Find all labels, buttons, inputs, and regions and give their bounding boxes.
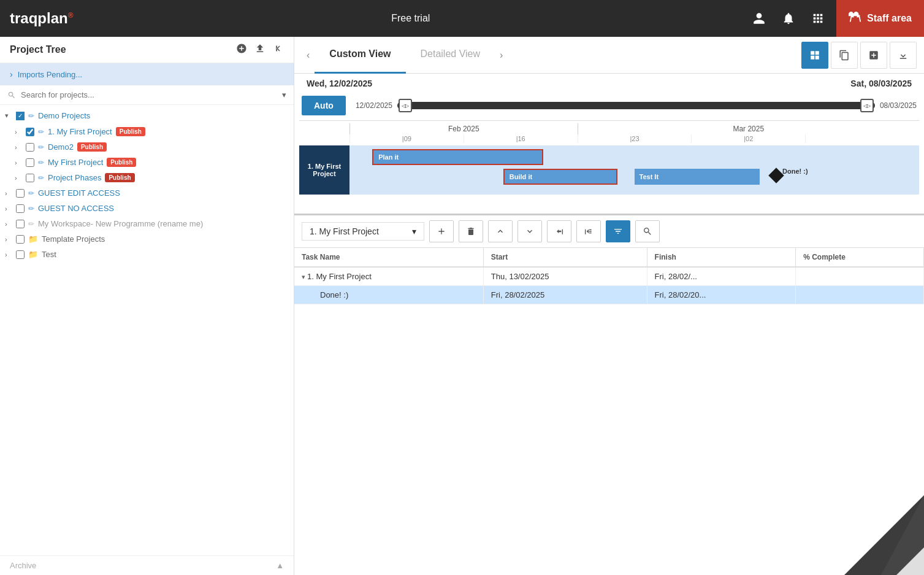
my-first-project-2-checkbox[interactable] (26, 158, 34, 167)
table-row: Done! :) Fri, 28/02/2025 Fri, 28/02/20..… (294, 286, 924, 304)
test-checkbox[interactable] (16, 250, 25, 259)
demo-projects-name[interactable]: Demo Projects (38, 111, 90, 120)
archive-up-icon[interactable]: ▲ (276, 561, 284, 570)
gantt-end-date: Sat, 08/03/2025 (850, 79, 912, 88)
my-first-project-2-edit-icon[interactable]: ✏ (38, 158, 44, 167)
add-project-icon[interactable] (236, 43, 247, 56)
my-first-project-2-name[interactable]: My First Project (48, 158, 103, 167)
task-complete-cell-2 (796, 286, 924, 304)
demo-projects-group: ▾ ✏ Demo Projects (0, 107, 294, 124)
my-first-project-2-publish-badge[interactable]: Publish (107, 158, 136, 167)
staff-area-button[interactable]: Staff area (836, 0, 924, 37)
add-task-btn[interactable] (429, 220, 454, 242)
sidebar-title: Project Tree (10, 44, 66, 55)
upload-icon[interactable] (254, 43, 265, 56)
copy-view-btn[interactable] (831, 42, 858, 69)
task-table-container: Task Name Start Finish % Complete ▾ 1. M… (294, 248, 924, 411)
bell-icon[interactable] (777, 7, 800, 29)
timeline-handle-left[interactable]: ◁▷ (399, 99, 412, 112)
guest-no-chevron[interactable]: › (5, 205, 12, 212)
demo2-publish-badge[interactable]: Publish (77, 142, 107, 152)
grid-icon[interactable] (807, 7, 829, 29)
col-percent: % Complete (796, 248, 924, 267)
nav-free-trial: Free trial (391, 13, 430, 24)
user-icon[interactable] (748, 7, 770, 29)
guest-edit-chevron[interactable]: › (5, 190, 12, 197)
project-selector[interactable]: 1. My First Project ▾ (302, 222, 424, 241)
my-first-project-edit-icon[interactable]: ✏ (38, 128, 44, 136)
top-nav: traqplan® Free trial Staff area (0, 0, 924, 37)
page-curl (844, 495, 924, 575)
collapse-sidebar-icon[interactable] (273, 43, 284, 56)
gantt-bar-test-it[interactable]: Test It (635, 169, 760, 185)
test-name[interactable]: Test (42, 250, 56, 259)
guest-no-checkbox[interactable] (16, 204, 25, 213)
imports-pending[interactable]: › Imports Pending... (0, 63, 294, 85)
move-up-btn[interactable] (488, 220, 513, 242)
my-first-project-chevron[interactable]: › (15, 128, 22, 136)
template-projects-checkbox[interactable] (16, 235, 25, 244)
demo2-chevron[interactable]: › (15, 144, 22, 151)
my-workspace-checkbox[interactable] (16, 220, 25, 228)
indent-btn[interactable] (576, 220, 601, 242)
delete-task-btn[interactable] (459, 220, 483, 242)
add-view-btn[interactable] (860, 42, 887, 69)
gantt-week-02: |02 (691, 134, 805, 143)
project-phases-publish-badge[interactable]: Publish (105, 173, 134, 182)
demo2-edit-icon[interactable]: ✏ (38, 143, 44, 152)
download-view-btn[interactable] (890, 42, 917, 69)
search-chevron-icon[interactable]: ▾ (282, 90, 286, 99)
guest-no-edit-icon[interactable]: ✏ (28, 204, 34, 213)
guest-edit-checkbox[interactable] (16, 189, 25, 198)
task-collapse-icon[interactable]: ▾ (302, 273, 307, 280)
gantt-bar-plan-it[interactable]: Plan it (372, 149, 543, 165)
gantt-bar-build-it[interactable]: Build it (503, 169, 617, 185)
project-phases-checkbox[interactable] (26, 174, 34, 182)
template-projects-name[interactable]: Template Projects (42, 234, 105, 244)
project-phases-edit-icon[interactable]: ✏ (38, 174, 44, 182)
auto-button[interactable]: Auto (302, 96, 346, 115)
my-first-project-checkbox[interactable] (26, 128, 34, 136)
project-phases-name[interactable]: Project Phases (48, 173, 101, 182)
tab-next-btn[interactable]: › (495, 50, 508, 61)
my-first-project-name[interactable]: 1. My First Project (48, 127, 112, 136)
my-workspace-chevron[interactable]: › (5, 220, 12, 228)
col-task-name: Task Name (294, 248, 483, 267)
guest-edit-icon[interactable]: ✏ (28, 189, 34, 198)
my-first-project-item: › ✏ 1. My First Project Publish (0, 124, 294, 139)
guest-no-name[interactable]: GUEST NO ACCESS (38, 204, 114, 213)
demo2-checkbox[interactable] (26, 143, 34, 152)
my-workspace-name[interactable]: My Workspace- New Programme (rename me) (38, 219, 203, 228)
project-list: ▾ ✏ Demo Projects › ✏ 1. My First Projec… (0, 105, 294, 555)
outdent-btn[interactable] (547, 220, 571, 242)
tab-custom-view[interactable]: Custom View (315, 37, 405, 74)
move-down-btn[interactable] (517, 220, 542, 242)
gantt-week-extra (805, 134, 919, 143)
demo-projects-edit-icon[interactable]: ✏ (28, 112, 34, 120)
template-projects-folder-icon: 📁 (28, 234, 38, 244)
demo2-name[interactable]: Demo2 (48, 142, 74, 152)
nav-right: Staff area (748, 0, 914, 37)
template-projects-chevron[interactable]: › (5, 236, 12, 243)
test-chevron[interactable]: › (5, 251, 12, 258)
search-input[interactable] (21, 90, 277, 99)
gantt-bars-area: Plan it Build it Test It Done! :) (349, 145, 919, 195)
demo-projects-checkbox[interactable] (16, 112, 25, 120)
my-workspace-edit-icon[interactable]: ✏ (28, 220, 34, 228)
col-start: Start (483, 248, 647, 267)
tab-detailed-view[interactable]: Detailed View (406, 37, 495, 74)
my-first-project-publish-badge[interactable]: Publish (116, 127, 145, 136)
grid-view-btn[interactable] (801, 42, 828, 69)
template-projects-item: › 📁 Template Projects (0, 231, 294, 247)
tab-prev-btn[interactable]: ‹ (302, 50, 315, 61)
logo-traq: traq (10, 10, 37, 26)
filter-btn[interactable] (606, 220, 630, 242)
project-phases-chevron[interactable]: › (15, 174, 22, 182)
imports-pending-label: Imports Pending... (18, 70, 83, 79)
timeline-handle-right[interactable]: ◁▷ (860, 99, 874, 112)
demo-projects-chevron[interactable]: ▾ (5, 112, 12, 120)
my-first-project-2-chevron[interactable]: › (15, 159, 22, 166)
search-btn[interactable] (635, 220, 660, 242)
guest-edit-name[interactable]: GUEST EDIT ACCESS (38, 188, 120, 198)
guest-no-access-item: › ✏ GUEST NO ACCESS (0, 201, 294, 216)
